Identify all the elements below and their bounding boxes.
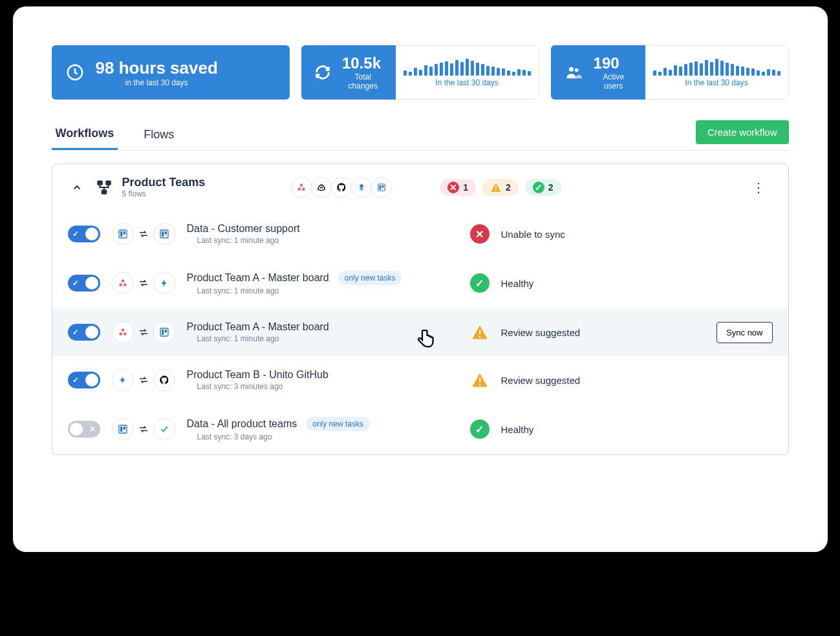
changes-sub: Total changes (342, 72, 384, 90)
flow-status: Review suggested (501, 375, 581, 386)
group-header[interactable]: Product Teams 5 flows ✕1 2 ✓2 ⋮ (52, 164, 788, 210)
svg-rect-28 (164, 330, 166, 333)
flow-title: Product Team A - Master board (187, 272, 329, 284)
flow-badge: only new tasks (338, 271, 402, 285)
flow-toggle[interactable] (68, 372, 100, 388)
flow-last-sync: Last sync: 1 minute ago (197, 236, 420, 245)
flow-last-sync: Last sync: 1 minute ago (197, 334, 420, 343)
sync-now-button[interactable]: Sync now (716, 322, 772, 343)
tab-workflows[interactable]: Workflows (52, 119, 118, 150)
flow-row[interactable]: Product Team B - Unito GitHub Last sync:… (52, 356, 788, 404)
sync-arrows-icon (138, 374, 149, 386)
users-sub: Active users (594, 72, 634, 90)
status-badges: ✕1 2 ✓2 (440, 179, 561, 196)
sync-arrows-icon (138, 423, 149, 435)
chevron-up-icon[interactable] (68, 178, 86, 196)
flow-row[interactable]: Product Team A - Master board only new t… (52, 258, 788, 308)
svg-rect-3 (98, 181, 102, 184)
flow-last-sync: Last sync: 3 days ago (197, 432, 420, 441)
svg-rect-19 (164, 231, 166, 235)
svg-rect-5 (102, 190, 106, 193)
svg-point-25 (124, 332, 127, 335)
asana-icon (291, 177, 312, 198)
check-icon (153, 418, 175, 440)
more-menu-icon[interactable]: ⋮ (744, 177, 773, 198)
flow-toggle[interactable] (68, 324, 100, 341)
svg-rect-30 (479, 336, 480, 337)
jira-icon (351, 177, 372, 198)
flow-status: Healthy (501, 424, 534, 435)
svg-rect-15 (120, 231, 122, 237)
flow-row[interactable]: Product Team A - Master board Last sync:… (52, 308, 788, 356)
trello-icon (112, 418, 134, 440)
healthy-icon: ✓ (470, 273, 490, 293)
tab-flows[interactable]: Flows (140, 120, 178, 149)
tab-row: Workflows Flows Create workflow (52, 119, 789, 151)
svg-rect-26 (160, 328, 168, 336)
svg-rect-11 (382, 185, 384, 187)
svg-point-7 (298, 187, 301, 191)
hours-sub: in the last 30 days (96, 78, 218, 87)
flow-row[interactable]: Data - Customer support Last sync: 1 min… (52, 210, 788, 258)
users-icon (563, 61, 585, 84)
workflow-panel: Product Teams 5 flows ✕1 2 ✓2 ⋮ (52, 164, 789, 455)
users-sparkline (653, 58, 781, 76)
flow-toggle[interactable] (68, 226, 100, 242)
changes-caption: In the last 30 days (435, 78, 498, 87)
flow-last-sync: Last sync: 3 minutes ago (197, 382, 420, 391)
users-value: 190 (594, 54, 634, 72)
group-sub: 5 flows (122, 189, 206, 198)
svg-point-2 (574, 69, 578, 72)
svg-rect-18 (162, 231, 164, 237)
flow-toggle[interactable] (68, 275, 100, 292)
bolt-icon (153, 272, 175, 294)
flow-badge: only new tasks (306, 417, 370, 431)
card-total-changes: 10.5k Total changes In the last 30 days (301, 45, 539, 100)
svg-rect-33 (119, 425, 127, 433)
bolt-icon (112, 369, 134, 391)
flow-title: Product Team B - Unito GitHub (187, 369, 420, 381)
create-workflow-button[interactable]: Create workflow (696, 120, 789, 144)
flow-toggle[interactable] (68, 421, 100, 438)
flow-row[interactable]: Data - All product teams only new tasks … (52, 404, 788, 454)
svg-point-8 (302, 187, 305, 191)
badge-ok: ✓2 (525, 179, 561, 196)
svg-point-1 (569, 67, 574, 72)
svg-rect-34 (120, 427, 122, 432)
flow-title: Data - Customer support (187, 223, 420, 235)
refresh-icon (313, 61, 333, 84)
card-hours-saved: 98 hours saved in the last 30 days (52, 45, 290, 100)
svg-point-23 (121, 328, 124, 332)
stats-row: 98 hours saved in the last 30 days 10.5k… (52, 45, 789, 100)
hours-value: 98 hours saved (96, 58, 218, 78)
svg-rect-29 (479, 330, 480, 335)
svg-rect-35 (123, 427, 125, 430)
users-caption: In the last 30 days (685, 78, 748, 87)
basecamp-icon (311, 177, 332, 198)
svg-rect-13 (495, 189, 497, 191)
sync-arrows-icon (138, 228, 149, 240)
svg-point-24 (119, 332, 122, 335)
trello-icon (112, 223, 134, 245)
cursor-pointer-icon (415, 326, 438, 350)
svg-rect-31 (479, 378, 480, 383)
changes-sparkline (404, 58, 531, 76)
flow-status: Unable to sync (501, 229, 565, 240)
svg-rect-27 (162, 330, 164, 335)
warning-icon (470, 323, 490, 342)
changes-value: 10.5k (342, 54, 384, 72)
svg-rect-17 (160, 230, 168, 238)
svg-rect-14 (119, 230, 127, 238)
tool-chips (292, 177, 392, 198)
flow-title: Data - All product teams (187, 418, 297, 430)
workflow-tree-icon (95, 178, 113, 196)
warning-icon (470, 370, 490, 390)
error-icon: ✕ (470, 224, 490, 244)
sync-arrows-icon (138, 277, 149, 289)
clock-icon (63, 61, 87, 84)
svg-rect-16 (123, 231, 125, 235)
svg-rect-9 (378, 184, 385, 191)
badge-errors: ✕1 (440, 179, 476, 196)
sync-arrows-icon (138, 326, 149, 338)
flow-status: Healthy (501, 278, 534, 289)
